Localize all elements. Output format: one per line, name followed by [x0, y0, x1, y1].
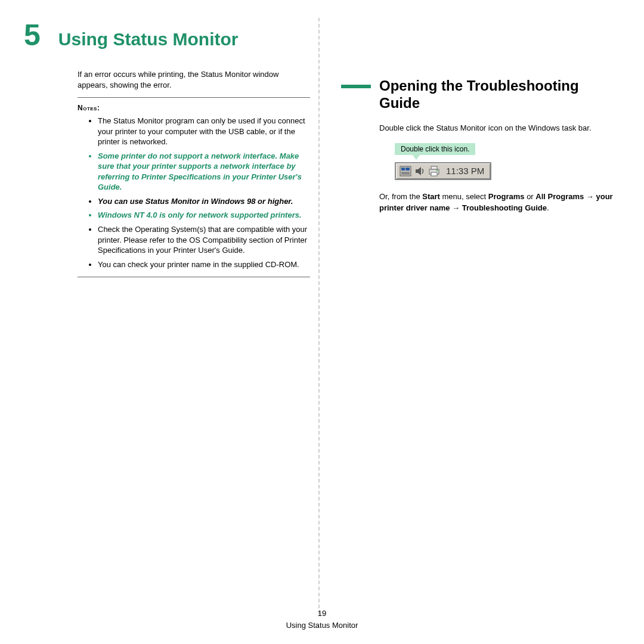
divider-line-top [78, 97, 310, 98]
svg-rect-2 [405, 168, 410, 171]
start-menu-label: Start [422, 192, 440, 201]
page-number: 19 [0, 608, 644, 620]
all-programs-label: All Programs [535, 192, 584, 201]
note-item: You can check your printer name in the s… [98, 259, 310, 270]
section-heading: Opening the Troubleshooting Guide [341, 78, 614, 112]
chapter-heading: 5 Using Status Monitor [24, 18, 310, 52]
svg-point-8 [436, 170, 438, 171]
period: . [547, 203, 549, 212]
two-column-layout: 5 Using Status Monitor If an error occur… [24, 18, 620, 614]
footer-title: Using Status Monitor [0, 620, 644, 631]
chapter-number: 5 [24, 18, 41, 52]
callout-bubble: Double click this icon. [395, 143, 614, 155]
svg-rect-7 [431, 172, 437, 176]
instr-text: or [525, 192, 536, 201]
svg-rect-3 [401, 172, 410, 175]
document-page: 5 Using Status Monitor If an error occur… [0, 0, 644, 644]
instr-text: menu, select [440, 192, 488, 201]
column-divider [318, 18, 320, 614]
divider-line-bottom [78, 277, 310, 277]
note-item-emphasis: Windows NT 4.0 is only for network suppo… [98, 210, 310, 221]
callout-text: Double click this icon. [395, 143, 475, 155]
page-footer: 19 Using Status Monitor [0, 608, 644, 631]
svg-rect-1 [401, 168, 405, 171]
programs-label: Programs [488, 192, 525, 201]
arrow-icon: → [584, 192, 596, 201]
note-item: The Status Monitor program can only be u… [98, 116, 310, 147]
notes-label-text: Notes [78, 104, 97, 112]
section-body: Double click the Status Monitor icon on … [379, 123, 614, 134]
tray-clock: 11:33 PM [444, 166, 487, 176]
arrow-icon: → [450, 203, 462, 212]
note-item: Check the Operating System(s) that are c… [98, 224, 310, 256]
tray-app-icon [400, 166, 411, 177]
tray-volume-icon [415, 166, 425, 177]
note-item-emphasis: Some printer do not support a network in… [98, 151, 310, 193]
tray-printer-icon [428, 166, 440, 177]
left-column: 5 Using Status Monitor If an error occur… [24, 18, 316, 614]
right-column: Opening the Troubleshooting Guide Double… [322, 18, 614, 614]
notes-list: The Status Monitor program can only be u… [89, 116, 310, 270]
intro-paragraph: If an error occurs while printing, the S… [78, 69, 310, 90]
chapter-title: Using Status Monitor [58, 29, 239, 49]
note-item-bold: You can use Status Monitor in Windows 98… [98, 196, 310, 207]
svg-marker-4 [416, 167, 421, 175]
instr-text: Or, from the [379, 192, 422, 201]
system-tray: 11:33 PM [395, 162, 491, 180]
notes-label: Notes: [78, 104, 310, 112]
troubleshooting-guide-label: Troubleshooting Guide [462, 203, 547, 212]
section-title: Opening the Troubleshooting Guide [379, 78, 614, 112]
instruction-paragraph: Or, from the Start menu, select Programs… [379, 191, 614, 214]
section-accent-bar [341, 85, 371, 88]
svg-rect-5 [431, 166, 437, 169]
